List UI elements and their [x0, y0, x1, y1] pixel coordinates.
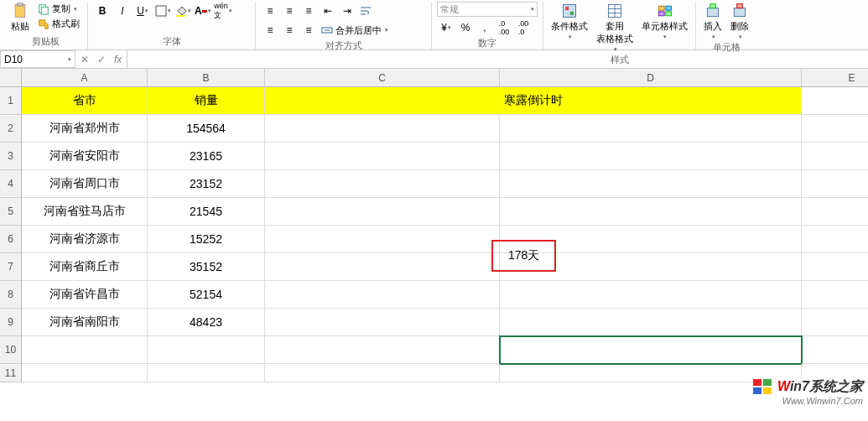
- cell[interactable]: 河南省商丘市: [22, 253, 148, 281]
- comma-icon[interactable]: ,: [476, 18, 494, 37]
- cell[interactable]: [802, 115, 868, 143]
- font-color-button[interactable]: A▾: [194, 2, 212, 20]
- border-button[interactable]: ▾: [153, 2, 172, 20]
- row-header[interactable]: 10: [0, 336, 22, 364]
- row-header[interactable]: 7: [0, 253, 22, 281]
- bold-button[interactable]: B: [93, 2, 112, 20]
- fx-icon[interactable]: fx: [114, 54, 122, 65]
- row-header[interactable]: 5: [0, 198, 22, 226]
- select-all-corner[interactable]: [0, 69, 22, 87]
- cell[interactable]: [265, 226, 500, 253]
- percent-icon[interactable]: %: [456, 18, 475, 37]
- align-center-icon[interactable]: ≡: [280, 21, 299, 39]
- paste-button[interactable]: 粘贴: [8, 2, 32, 34]
- cell[interactable]: [802, 170, 868, 198]
- align-middle-icon[interactable]: ≡: [280, 2, 299, 20]
- enter-icon[interactable]: ✓: [97, 54, 106, 65]
- cell[interactable]: [265, 170, 500, 198]
- phonetic-button[interactable]: wén文▾: [214, 2, 232, 20]
- cell[interactable]: [500, 143, 802, 170]
- currency-icon[interactable]: ¥▾: [437, 18, 455, 37]
- row-header[interactable]: 3: [0, 143, 22, 170]
- cell[interactable]: [265, 143, 500, 170]
- align-left-icon[interactable]: ≡: [261, 21, 279, 39]
- cell[interactable]: 河南省安阳市: [22, 143, 148, 170]
- cell[interactable]: 48423: [148, 309, 265, 336]
- decrease-indent-icon[interactable]: ⇤: [319, 2, 337, 20]
- cell[interactable]: [265, 115, 500, 143]
- cell[interactable]: [802, 281, 868, 309]
- cell[interactable]: 23152: [148, 170, 265, 198]
- col-header[interactable]: B: [148, 69, 265, 87]
- cell[interactable]: [22, 336, 148, 364]
- formula-input[interactable]: [127, 50, 868, 68]
- insert-button[interactable]: 插入▾: [701, 2, 725, 41]
- cell-styles-button[interactable]: 单元格样式▾: [639, 2, 690, 41]
- cell[interactable]: [500, 115, 802, 143]
- cell[interactable]: [500, 198, 802, 226]
- cell[interactable]: [802, 226, 868, 253]
- conditional-format-button[interactable]: 条件格式▾: [548, 2, 590, 41]
- cell[interactable]: 23165: [148, 143, 265, 170]
- cell[interactable]: [802, 336, 868, 364]
- col-header[interactable]: E: [802, 69, 868, 87]
- cell[interactable]: 河南省郑州市: [22, 115, 148, 143]
- increase-decimal-icon[interactable]: .0.00: [495, 18, 513, 37]
- row-header[interactable]: 8: [0, 281, 22, 309]
- italic-button[interactable]: I: [113, 2, 132, 20]
- cell[interactable]: [802, 87, 868, 115]
- cell[interactable]: [148, 364, 265, 382]
- cell[interactable]: 15252: [148, 226, 265, 253]
- decrease-decimal-icon[interactable]: .00.0: [514, 18, 533, 37]
- wrap-text-button[interactable]: 自动换行: [357, 4, 413, 18]
- cell[interactable]: [500, 309, 802, 336]
- increase-indent-icon[interactable]: ⇥: [338, 2, 356, 20]
- col-header[interactable]: D: [500, 69, 802, 87]
- cell[interactable]: 21545: [148, 198, 265, 226]
- align-bottom-icon[interactable]: ≡: [299, 2, 318, 20]
- table-format-button[interactable]: 套用 表格格式▾: [594, 2, 636, 54]
- cell[interactable]: 销量: [148, 87, 265, 115]
- cell[interactable]: [802, 309, 868, 336]
- cancel-icon[interactable]: ✕: [81, 54, 89, 65]
- row-header[interactable]: 1: [0, 87, 22, 115]
- cell[interactable]: 省市: [22, 87, 148, 115]
- cell[interactable]: [802, 253, 868, 281]
- format-painter-button[interactable]: 格式刷: [35, 17, 82, 31]
- row-header[interactable]: 6: [0, 226, 22, 253]
- cell[interactable]: [265, 198, 500, 226]
- col-header[interactable]: A: [22, 69, 148, 87]
- align-right-icon[interactable]: ≡: [299, 21, 318, 39]
- selected-cell[interactable]: [500, 336, 802, 364]
- cell[interactable]: 35152: [148, 253, 265, 281]
- number-format-combo[interactable]: 常规▾: [437, 2, 538, 17]
- row-header[interactable]: 4: [0, 170, 22, 198]
- copy-button[interactable]: 复制▾: [35, 2, 82, 16]
- cell[interactable]: [500, 281, 802, 309]
- cell[interactable]: 寒露倒计时: [265, 87, 802, 115]
- cell[interactable]: [265, 281, 500, 309]
- name-box[interactable]: D10 ▾: [0, 50, 75, 68]
- col-header[interactable]: C: [265, 69, 500, 87]
- row-header[interactable]: 2: [0, 115, 22, 143]
- cell[interactable]: 154564: [148, 115, 265, 143]
- cell[interactable]: 河南省济源市: [22, 226, 148, 253]
- cell[interactable]: 河南省南阳市: [22, 309, 148, 336]
- cell[interactable]: [22, 364, 148, 382]
- row-header[interactable]: 11: [0, 364, 22, 382]
- cell[interactable]: [802, 143, 868, 170]
- cell[interactable]: [148, 336, 265, 364]
- cell[interactable]: [265, 309, 500, 336]
- cell[interactable]: [802, 198, 868, 226]
- cell[interactable]: [265, 336, 500, 364]
- cell[interactable]: [500, 170, 802, 198]
- cell[interactable]: 河南省许昌市: [22, 281, 148, 309]
- underline-button[interactable]: U▾: [133, 2, 152, 20]
- delete-button[interactable]: 删除▾: [728, 2, 751, 41]
- chevron-down-icon[interactable]: ▾: [68, 56, 71, 63]
- cell[interactable]: 河南省周口市: [22, 170, 148, 198]
- cell[interactable]: 河南省驻马店市: [22, 198, 148, 226]
- merge-center-button[interactable]: 合并后居中▾: [319, 23, 391, 38]
- cell[interactable]: [265, 364, 500, 382]
- cell[interactable]: [265, 253, 500, 281]
